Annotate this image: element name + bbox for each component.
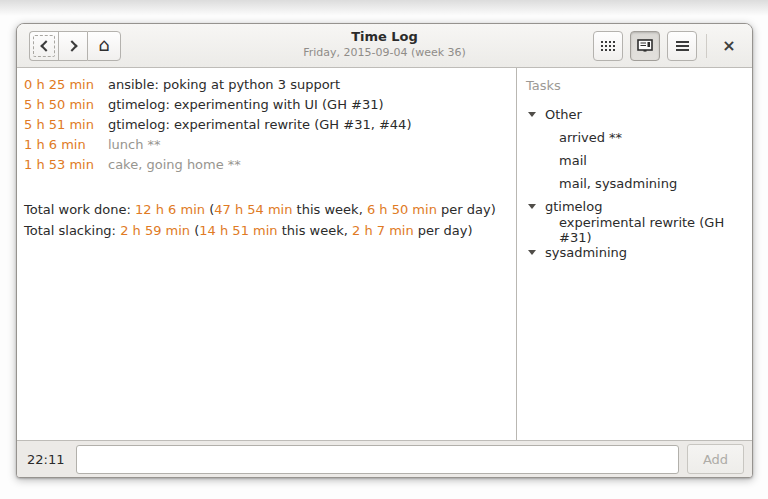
task-item[interactable]: arrived ** bbox=[523, 126, 744, 149]
total-segment: 47 h 54 min bbox=[214, 202, 292, 217]
forward-button[interactable] bbox=[58, 31, 87, 61]
log-entries: 0 h 25 minansible: poking at python 3 su… bbox=[17, 74, 516, 174]
current-time-label: 22:11 bbox=[25, 452, 76, 467]
task-group-row[interactable]: Other bbox=[523, 103, 744, 126]
tasks-sidebar: Tasks Otherarrived **mailmail, sysadmini… bbox=[516, 68, 752, 440]
hamburger-menu-icon bbox=[676, 41, 689, 43]
home-button[interactable]: ⌂ bbox=[87, 31, 121, 61]
total-segment: Total slacking: bbox=[24, 223, 120, 238]
entry-duration: 5 h 50 min bbox=[17, 97, 108, 112]
total-segment: 14 h 51 min bbox=[199, 223, 277, 238]
entry-text: ansible: poking at python 3 support bbox=[108, 77, 340, 92]
total-segment: 6 h 50 min bbox=[367, 202, 437, 217]
task-group-label: gtimelog bbox=[545, 199, 602, 214]
total-segment: 2 h 59 min bbox=[120, 223, 190, 238]
close-icon: × bbox=[722, 36, 735, 55]
titlebar: ⌂ Time Log Friday, 2015-09-04 (week 36) bbox=[17, 24, 752, 68]
main-content: 0 h 25 minansible: poking at python 3 su… bbox=[17, 68, 752, 440]
tasks-pane-toggle-button[interactable] bbox=[630, 31, 660, 61]
entry-text: lunch ** bbox=[108, 137, 161, 152]
titlebar-separator bbox=[706, 34, 707, 58]
log-totals: Total work done: 12 h 6 min (47 h 54 min… bbox=[17, 199, 516, 241]
close-button[interactable]: × bbox=[716, 33, 742, 59]
log-entry-row: 5 h 51 mingtimelog: experimental rewrite… bbox=[17, 114, 516, 134]
total-segment: per day) bbox=[437, 202, 496, 217]
task-item[interactable]: experimental rewrite (GH #31) bbox=[523, 218, 744, 241]
tasks-pane-icon bbox=[637, 39, 653, 52]
total-line: Total slacking: 2 h 59 min (14 h 51 min … bbox=[17, 220, 516, 241]
task-item[interactable]: mail, sysadmining bbox=[523, 172, 744, 195]
expander-icon[interactable] bbox=[528, 250, 536, 255]
log-entry-row: 1 h 6 minlunch ** bbox=[17, 134, 516, 154]
expander-icon[interactable] bbox=[528, 204, 536, 209]
chevron-left-icon bbox=[40, 40, 51, 51]
entry-duration: 0 h 25 min bbox=[17, 77, 108, 92]
expander-icon[interactable] bbox=[528, 112, 536, 117]
app-grid-icon bbox=[601, 41, 615, 51]
back-button[interactable] bbox=[29, 31, 58, 61]
entry-text: gtimelog: experimental rewrite (GH #31, … bbox=[108, 117, 411, 132]
entry-text: cake, going home ** bbox=[108, 157, 241, 172]
entry-duration: 1 h 6 min bbox=[17, 137, 108, 152]
tasks-header: Tasks bbox=[523, 76, 744, 103]
tasks-tree: Otherarrived **mailmail, sysadmininggtim… bbox=[523, 103, 744, 264]
total-line: Total work done: 12 h 6 min (47 h 54 min… bbox=[17, 199, 516, 220]
timelog-window: ⌂ Time Log Friday, 2015-09-04 (week 36) bbox=[16, 23, 753, 478]
log-entry-row: 1 h 53 mincake, going home ** bbox=[17, 154, 516, 174]
total-segment: ( bbox=[205, 202, 214, 217]
task-group-label: Other bbox=[545, 107, 582, 122]
total-segment: ( bbox=[190, 223, 199, 238]
log-entry-row: 5 h 50 mingtimelog: experimenting with U… bbox=[17, 94, 516, 114]
menu-button[interactable] bbox=[667, 31, 697, 61]
total-segment: per day) bbox=[414, 223, 473, 238]
add-button[interactable]: Add bbox=[687, 444, 744, 474]
entry-duration: 1 h 53 min bbox=[17, 157, 108, 172]
chevron-right-icon bbox=[66, 40, 77, 51]
entry-duration: 5 h 51 min bbox=[17, 117, 108, 132]
titlebar-controls: × bbox=[593, 31, 742, 61]
log-panel: 0 h 25 minansible: poking at python 3 su… bbox=[17, 68, 516, 440]
total-segment: 2 h 7 min bbox=[352, 223, 414, 238]
view-grid-button[interactable] bbox=[593, 31, 623, 61]
total-segment: 12 h 6 min bbox=[135, 202, 205, 217]
task-item[interactable]: mail bbox=[523, 149, 744, 172]
nav-button-group: ⌂ bbox=[29, 31, 121, 61]
home-icon: ⌂ bbox=[98, 36, 109, 54]
total-segment: this week, bbox=[292, 202, 366, 217]
total-segment: this week, bbox=[278, 223, 352, 238]
task-group-label: sysadmining bbox=[545, 245, 627, 260]
total-segment: Total work done: bbox=[24, 202, 135, 217]
entry-input[interactable] bbox=[76, 445, 679, 474]
entry-text: gtimelog: experimenting with UI (GH #31) bbox=[108, 97, 384, 112]
bottom-bar: 22:11 Add bbox=[17, 440, 752, 477]
log-entry-row: 0 h 25 minansible: poking at python 3 su… bbox=[17, 74, 516, 94]
